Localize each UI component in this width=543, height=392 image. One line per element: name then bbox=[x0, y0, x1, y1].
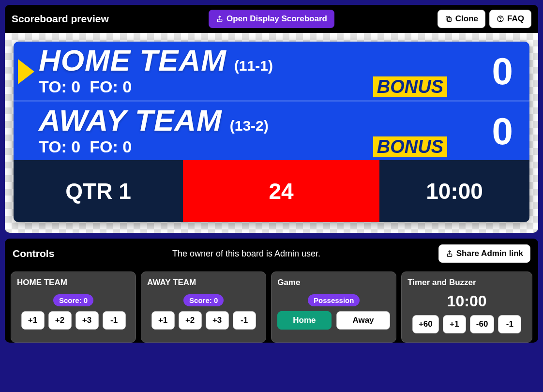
shot-clock: 24 bbox=[183, 160, 379, 222]
home-minus1-button[interactable]: -1 bbox=[103, 311, 126, 330]
owner-text: The owner of this board is Admin user. bbox=[54, 249, 438, 259]
home-card-title: HOME TEAM bbox=[17, 278, 130, 287]
copy-icon bbox=[445, 15, 452, 23]
timer-plus60-button[interactable]: +60 bbox=[412, 315, 439, 333]
away-team-row: AWAY TEAM (13-2) 0 TO: 0 FO: 0 BONUS bbox=[14, 100, 529, 160]
open-display-scoreboard-button[interactable]: Open Display Scoreboard bbox=[209, 10, 334, 28]
share-icon bbox=[216, 15, 224, 23]
scoreboard-footer: QTR 1 24 10:00 bbox=[14, 160, 529, 222]
clone-label: Clone bbox=[455, 14, 478, 24]
controls-panel: Controls The owner of this board is Admi… bbox=[5, 239, 538, 343]
scoreboard: HOME TEAM (11-1) 0 TO: 0 FO: 0 BONUS AWA… bbox=[14, 42, 529, 222]
help-icon bbox=[497, 15, 504, 23]
away-minus1-button[interactable]: -1 bbox=[233, 311, 256, 330]
period-label: QTR 1 bbox=[14, 160, 183, 222]
scoreboard-preview-panel: Scoreboard preview Open Display Scoreboa… bbox=[5, 5, 538, 233]
possession-arrow-icon bbox=[18, 59, 34, 84]
away-control-card: AWAY TEAM Score: 0 +1 +2 +3 -1 bbox=[141, 271, 266, 343]
away-score: 0 bbox=[447, 109, 525, 153]
timer-minus1-button[interactable]: -1 bbox=[498, 315, 521, 333]
open-display-scoreboard-label: Open Display Scoreboard bbox=[226, 14, 327, 24]
svg-rect-2 bbox=[446, 16, 450, 20]
home-plus1-button[interactable]: +1 bbox=[21, 311, 45, 330]
home-plus2-button[interactable]: +2 bbox=[48, 311, 72, 330]
away-plus3-button[interactable]: +3 bbox=[206, 311, 229, 330]
home-team-name: HOME TEAM bbox=[39, 45, 226, 75]
home-fouls: FO: 0 bbox=[90, 77, 132, 96]
away-bonus-badge: BONUS bbox=[373, 136, 447, 157]
away-team-name: AWAY TEAM bbox=[39, 106, 222, 136]
preview-checker-area: HOME TEAM (11-1) 0 TO: 0 FO: 0 BONUS AWA… bbox=[5, 33, 538, 233]
home-team-record: (11-1) bbox=[234, 58, 273, 74]
clone-button[interactable]: Clone bbox=[437, 10, 485, 28]
away-plus2-button[interactable]: +2 bbox=[179, 311, 202, 330]
game-card-title: Game bbox=[277, 278, 390, 287]
possession-away-button[interactable]: Away bbox=[336, 311, 391, 330]
svg-rect-1 bbox=[447, 17, 451, 21]
home-control-card: HOME TEAM Score: 0 +1 +2 +3 -1 bbox=[11, 271, 136, 343]
faq-label: FAQ bbox=[507, 14, 524, 24]
share-admin-link-button[interactable]: Share Admin link bbox=[438, 244, 530, 263]
home-plus3-button[interactable]: +3 bbox=[75, 311, 99, 330]
away-fouls: FO: 0 bbox=[90, 137, 132, 156]
svg-point-4 bbox=[500, 20, 501, 21]
possession-pill: Possession bbox=[308, 294, 360, 306]
away-score-pill: Score: 0 bbox=[183, 294, 224, 306]
away-timeouts: TO: 0 bbox=[39, 137, 80, 156]
faq-button[interactable]: FAQ bbox=[489, 10, 531, 28]
timer-plus1-button[interactable]: +1 bbox=[443, 315, 466, 333]
timer-card-title: Timer and Buzzer bbox=[407, 278, 526, 287]
share-admin-link-label: Share Admin link bbox=[456, 249, 523, 258]
home-score-pill: Score: 0 bbox=[53, 294, 93, 306]
preview-title: Scoreboard preview bbox=[12, 13, 109, 25]
possession-home-button[interactable]: Home bbox=[277, 311, 332, 330]
home-timeouts: TO: 0 bbox=[39, 77, 80, 96]
game-clock: 10:00 bbox=[379, 160, 529, 222]
timer-minus60-button[interactable]: -60 bbox=[470, 315, 495, 333]
home-team-row: HOME TEAM (11-1) 0 TO: 0 FO: 0 BONUS bbox=[14, 42, 529, 100]
timer-control-card: Timer and Buzzer 10:00 +60 +1 -60 -1 bbox=[401, 271, 532, 343]
share-icon bbox=[446, 250, 453, 257]
timer-clock-display: 10:00 bbox=[407, 292, 526, 310]
controls-title: Controls bbox=[13, 248, 54, 259]
away-team-record: (13-2) bbox=[230, 118, 269, 134]
away-card-title: AWAY TEAM bbox=[147, 278, 260, 287]
home-bonus-badge: BONUS bbox=[373, 76, 447, 97]
home-score: 0 bbox=[447, 49, 525, 93]
away-plus1-button[interactable]: +1 bbox=[151, 311, 175, 330]
game-control-card: Game Possession Home Away bbox=[271, 271, 396, 343]
